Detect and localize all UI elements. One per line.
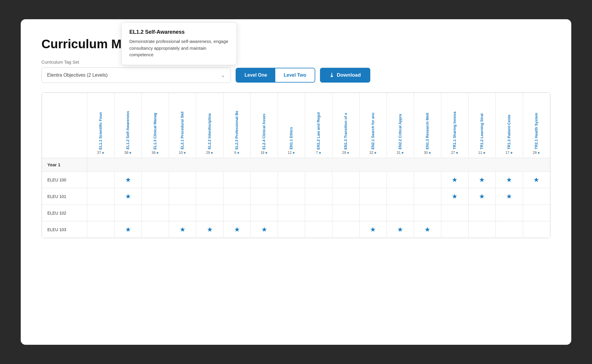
- table-row-ELEU100: ELEU 100★★★★★: [42, 172, 550, 188]
- curriculum-tag-dropdown[interactable]: Elentra Objectives (2 Levels) ⌄: [41, 67, 231, 83]
- cell-ELEU100-TR2.1[interactable]: ★: [523, 172, 550, 188]
- star-small-TR2.1: ★: [537, 151, 540, 155]
- cell-ELEU101-EN1.2[interactable]: [305, 188, 332, 205]
- col-header-EL2.4: EL2.4 Clinical Asses 18★: [251, 93, 278, 158]
- col-label-EN2.1: EN2.1 Search for anc: [371, 112, 375, 149]
- level-one-button[interactable]: Level One: [236, 68, 275, 82]
- cell-ELEU102-EL2.2[interactable]: [196, 205, 223, 221]
- cell-ELEU103-EN1.2[interactable]: [305, 221, 332, 238]
- cell-ELEU100-EL1.3[interactable]: [142, 172, 169, 188]
- table-row-ELEU101: ELEU 101★★★★: [42, 188, 550, 205]
- cell-ELEU103-TR1.2[interactable]: [468, 221, 496, 238]
- matrix-wrapper: EL1.1 Scientific Foun 37★ EL1.2 Self-Awa…: [41, 92, 551, 238]
- col-label-TR1.3: TR1.3 Patient-Cente: [507, 115, 511, 149]
- cell-ELEU102-EL1.1[interactable]: [87, 205, 115, 221]
- cell-ELEU101-EN2.1[interactable]: [359, 188, 387, 205]
- empty-header: [42, 93, 87, 158]
- col-count-EL2.1: 10★: [179, 151, 186, 155]
- cell-ELEU101-EL1.2[interactable]: ★: [115, 188, 142, 205]
- star-small-EN1.3b: ★: [428, 151, 431, 155]
- cell-ELEU100-EL2.3[interactable]: [223, 172, 251, 188]
- cell-ELEU103-TR1.1[interactable]: [441, 221, 468, 238]
- col-header-EN1.3b: EN1.3 Research Mett 30★: [414, 93, 441, 158]
- cell-ELEU102-TR2.1[interactable]: [523, 205, 550, 221]
- cell-ELEU102-TR1.2[interactable]: [468, 205, 496, 221]
- download-icon: ⤓: [329, 72, 334, 78]
- cell-ELEU100-EL2.1[interactable]: [169, 172, 196, 188]
- cell-ELEU100-EN2.1[interactable]: [359, 172, 387, 188]
- cell-ELEU103-TR2.1[interactable]: [523, 221, 550, 238]
- cell-ELEU103-EN2.2[interactable]: ★: [387, 221, 414, 238]
- cell-ELEU101-EL1.1[interactable]: [87, 188, 115, 205]
- cell-ELEU103-EN1.1[interactable]: [278, 221, 305, 238]
- col-header-EN1.1: EN1.1 Ethics 12★: [278, 93, 305, 158]
- col-label-EL2.3: EL2.3 Professional Be: [235, 111, 239, 149]
- cell-ELEU102-TR1.3[interactable]: [496, 205, 523, 221]
- cell-ELEU102-EL2.3[interactable]: [223, 205, 251, 221]
- col-count-EN1.3b: 30★: [424, 151, 431, 155]
- cell-ELEU100-EN1.2[interactable]: [305, 172, 332, 188]
- cell-ELEU100-TR1.2[interactable]: ★: [468, 172, 496, 188]
- cell-ELEU100-EN2.2[interactable]: [387, 172, 414, 188]
- cell-ELEU103-EL2.2[interactable]: ★: [196, 221, 223, 238]
- cell-ELEU103-TR1.3[interactable]: [496, 221, 523, 238]
- cell-ELEU102-EN1.3[interactable]: [332, 205, 360, 221]
- cell-ELEU103-EN1.3b[interactable]: ★: [414, 221, 441, 238]
- cell-ELEU100-TR1.3[interactable]: ★: [496, 172, 523, 188]
- cell-ELEU102-EL1.2[interactable]: [115, 205, 142, 221]
- cell-ELEU101-EN2.2[interactable]: [387, 188, 414, 205]
- col-count-EN1.2: 7★: [316, 151, 321, 155]
- col-label-EN2.2: EN2.2 Critical Appra: [398, 114, 403, 149]
- cell-ELEU101-EN1.3[interactable]: [332, 188, 360, 205]
- cell-ELEU103-EL2.1[interactable]: ★: [169, 221, 196, 238]
- download-button[interactable]: ⤓ Download: [320, 68, 370, 83]
- cell-ELEU100-EL2.2[interactable]: [196, 172, 223, 188]
- cell-ELEU103-EL2.4[interactable]: ★: [251, 221, 278, 238]
- cell-ELEU100-EL1.2[interactable]: ★: [115, 172, 142, 188]
- star-small-EL2.2: ★: [210, 151, 213, 155]
- cell-ELEU100-EN1.3[interactable]: [332, 172, 360, 188]
- cell-ELEU100-EL1.1[interactable]: [87, 172, 115, 188]
- cell-ELEU103-EL2.3[interactable]: ★: [223, 221, 251, 238]
- cell-ELEU103-EL1.2[interactable]: ★: [115, 221, 142, 238]
- cell-ELEU100-EL2.4[interactable]: [251, 172, 278, 188]
- cell-ELEU101-EL2.1[interactable]: [169, 188, 196, 205]
- cell-ELEU101-TR2.1[interactable]: [523, 188, 550, 205]
- col-header-TR1.1: TR1.1 Sharing Innova 27★: [441, 93, 468, 158]
- col-header-EN2.1: EN2.1 Search for anc 32★: [359, 93, 387, 158]
- cell-ELEU102-EL2.4[interactable]: [251, 205, 278, 221]
- cell-ELEU100-EN1.1[interactable]: [278, 172, 305, 188]
- cell-ELEU102-EN1.2[interactable]: [305, 205, 332, 221]
- cell-ELEU101-EL2.3[interactable]: [223, 188, 251, 205]
- cell-ELEU102-EN1.3b[interactable]: [414, 205, 441, 221]
- cell-ELEU101-EN1.3b[interactable]: [414, 188, 441, 205]
- table-row-year1: Year 1: [42, 158, 550, 172]
- cell-ELEU101-EL2.2[interactable]: [196, 188, 223, 205]
- level-two-button[interactable]: Level Two: [275, 68, 314, 82]
- cell-ELEU101-TR1.1[interactable]: ★: [441, 188, 468, 205]
- cell-ELEU100-TR1.1[interactable]: ★: [441, 172, 468, 188]
- col-header-EL2.3: EL2.3 Professional Be 9★: [223, 93, 251, 158]
- cell-ELEU102-EN2.1[interactable]: [359, 205, 387, 221]
- cell-ELEU103-EL1.3[interactable]: [142, 221, 169, 238]
- cell-ELEU101-TR1.2[interactable]: ★: [468, 188, 496, 205]
- cell-ELEU103-EL1.1[interactable]: [87, 221, 115, 238]
- cell-ELEU101-EL2.4[interactable]: [251, 188, 278, 205]
- year-span-year1: [87, 158, 550, 172]
- cell-ELEU101-EN1.1[interactable]: [278, 188, 305, 205]
- cell-ELEU100-EN1.3b[interactable]: [414, 172, 441, 188]
- star-small-EL1.2: ★: [129, 151, 132, 155]
- cell-ELEU102-EL2.1[interactable]: [169, 205, 196, 221]
- cell-ELEU101-EL1.3[interactable]: [142, 188, 169, 205]
- cell-ELEU103-EN1.3[interactable]: [332, 221, 360, 238]
- cell-ELEU102-EN1.1[interactable]: [278, 205, 305, 221]
- star-small-EL2.4: ★: [265, 151, 268, 155]
- cell-ELEU102-EL1.3[interactable]: [142, 205, 169, 221]
- cell-ELEU103-EN2.1[interactable]: ★: [359, 221, 387, 238]
- row-label-ELEU102: ELEU 102: [42, 205, 87, 221]
- cell-ELEU101-TR1.3[interactable]: ★: [496, 188, 523, 205]
- cell-ELEU102-EN2.2[interactable]: [387, 205, 414, 221]
- star-ELEU100-TR1.3: ★: [506, 176, 512, 183]
- col-header-EL1.1: EL1.1 Scientific Foun 37★: [87, 93, 115, 158]
- cell-ELEU102-TR1.1[interactable]: [441, 205, 468, 221]
